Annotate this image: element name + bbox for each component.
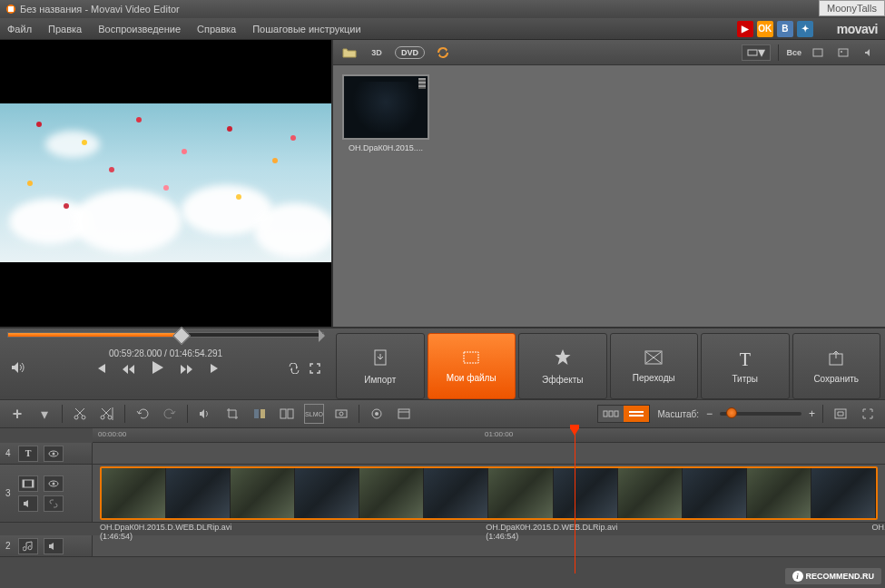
tab-effects[interactable]: Эффекты [518, 333, 607, 399]
media-panel: 3D DVD ▾ Все ОН.DраК0Н.2015.... [331, 40, 885, 327]
expand-icon[interactable] [858, 404, 878, 424]
svg-rect-25 [615, 411, 618, 416]
filter-all[interactable]: Все [786, 48, 801, 57]
menu-edit[interactable]: Правка [48, 24, 82, 34]
svg-rect-27 [629, 415, 644, 416]
video-clip[interactable] [100, 466, 878, 520]
star-icon [554, 348, 572, 371]
vk-icon[interactable]: В [777, 21, 793, 37]
stabilize-icon[interactable] [331, 404, 351, 424]
svg-point-5 [841, 51, 842, 53]
filter-image-icon[interactable] [834, 44, 852, 61]
transition-tool-icon[interactable] [277, 404, 297, 424]
menu-tutorial[interactable]: Пошаговые инструкции [252, 24, 360, 34]
arrow-down-icon[interactable]: ▾ [34, 404, 54, 424]
time-display: 00:59:28.000 / 01:46:54.291 [0, 343, 331, 360]
dvd-button[interactable]: DVD [395, 46, 425, 59]
clip-label: ОН.DраК0Н.2015.D.WEB.DLRip.avi (1:46:54) [486, 523, 617, 535]
scrubber[interactable] [0, 328, 331, 343]
filter-video-icon[interactable] [809, 44, 827, 61]
rewind-icon[interactable] [123, 361, 135, 377]
volume-icon[interactable] [11, 361, 27, 377]
record-icon[interactable] [367, 404, 387, 424]
ruler[interactable]: 00:00:00 01:00:00 [93, 428, 885, 443]
add-icon[interactable]: + [7, 404, 27, 424]
visibility-icon[interactable] [44, 446, 64, 462]
svg-rect-15 [261, 409, 265, 418]
timeline-view-button[interactable] [624, 406, 649, 422]
split-icon[interactable] [97, 404, 117, 424]
forward-icon[interactable] [181, 361, 193, 377]
svg-point-30 [53, 452, 55, 455]
folder-icon [462, 350, 480, 369]
menu-help[interactable]: Справка [197, 24, 236, 34]
loop-icon[interactable] [288, 361, 300, 377]
preview-panel [0, 40, 331, 327]
tab-import[interactable]: Импорт [336, 333, 425, 399]
visibility-icon[interactable] [44, 475, 64, 492]
refresh-icon[interactable] [434, 44, 452, 61]
skip-forward-icon[interactable] [210, 361, 221, 377]
cut-icon[interactable] [70, 404, 90, 424]
svg-rect-1 [8, 6, 14, 12]
youtube-icon[interactable]: ▶ [737, 21, 753, 37]
scrubber-thumb[interactable] [172, 327, 191, 345]
ok-icon[interactable]: OK [757, 21, 773, 37]
3d-button[interactable]: 3D [368, 44, 386, 61]
title-track-icon: T [18, 446, 38, 462]
clip-labels: ОН.DраК0Н.2015.D.WEB.DLRip.avi (1:46:54)… [0, 523, 885, 535]
svg-rect-2 [748, 50, 757, 55]
tab-myfiles[interactable]: Мои файлы [428, 333, 516, 399]
fullscreen-icon[interactable] [310, 361, 320, 377]
zoom-label: Масштаб: [657, 409, 699, 419]
mute-icon[interactable] [44, 538, 64, 554]
undo-icon[interactable] [133, 404, 152, 424]
skip-back-icon[interactable] [95, 361, 106, 377]
tab-save[interactable]: Сохранить [792, 333, 881, 399]
track-content[interactable] [93, 443, 885, 464]
link-icon[interactable] [44, 495, 64, 512]
menu-file[interactable]: Файл [7, 24, 32, 34]
share-icon[interactable]: ✦ [797, 21, 813, 37]
zoom-out-icon[interactable]: − [706, 407, 713, 420]
app-icon [5, 4, 16, 15]
zoom-slider[interactable] [720, 412, 801, 416]
svg-point-12 [101, 416, 104, 419]
preview-image [0, 103, 331, 262]
aspect-dropdown[interactable]: ▾ [742, 44, 771, 61]
svg-point-21 [375, 412, 379, 416]
media-item[interactable]: ОН.DраК0Н.2015.... [342, 74, 429, 152]
filter-audio-icon[interactable] [860, 44, 878, 61]
player-controls [0, 360, 331, 378]
track-content[interactable] [93, 465, 885, 522]
svg-rect-23 [604, 411, 607, 416]
tab-transitions[interactable]: Переходы [610, 333, 699, 399]
svg-rect-7 [464, 352, 478, 363]
svg-rect-3 [813, 49, 822, 56]
player-bar: 00:59:28.000 / 01:46:54.291 Импорт Мои [0, 327, 885, 399]
zoom-in-icon[interactable]: + [809, 407, 815, 420]
svg-point-10 [74, 416, 78, 419]
properties-icon[interactable] [394, 404, 414, 424]
audio-tool-icon[interactable] [195, 404, 215, 424]
clip-label: ОН.DраК0Н.2015.D.WEB.DLRip.avi (1:46:54) [100, 523, 231, 535]
svg-rect-33 [32, 480, 34, 487]
playhead[interactable] [575, 428, 575, 573]
menu-playback[interactable]: Воспроизведение [98, 24, 181, 34]
play-icon[interactable] [152, 360, 164, 378]
main-area: 3D DVD ▾ Все ОН.DраК0Н.2015.... [0, 40, 885, 327]
storyboard-view-button[interactable] [598, 406, 624, 422]
zoom-knob[interactable] [726, 407, 737, 418]
svg-point-13 [108, 416, 112, 419]
crop-icon[interactable] [222, 404, 242, 424]
track-content[interactable] [93, 535, 885, 556]
slomo-icon[interactable]: SLMO [304, 404, 324, 424]
color-tool-icon[interactable] [250, 404, 270, 424]
mute-icon[interactable] [18, 495, 38, 512]
fit-icon[interactable] [831, 404, 851, 424]
media-item-label: ОН.DраК0Н.2015.... [342, 143, 429, 152]
svg-point-11 [82, 416, 85, 419]
folder-open-icon[interactable] [340, 44, 359, 61]
tab-titles[interactable]: T Титры [701, 333, 790, 399]
redo-icon[interactable] [160, 404, 180, 424]
